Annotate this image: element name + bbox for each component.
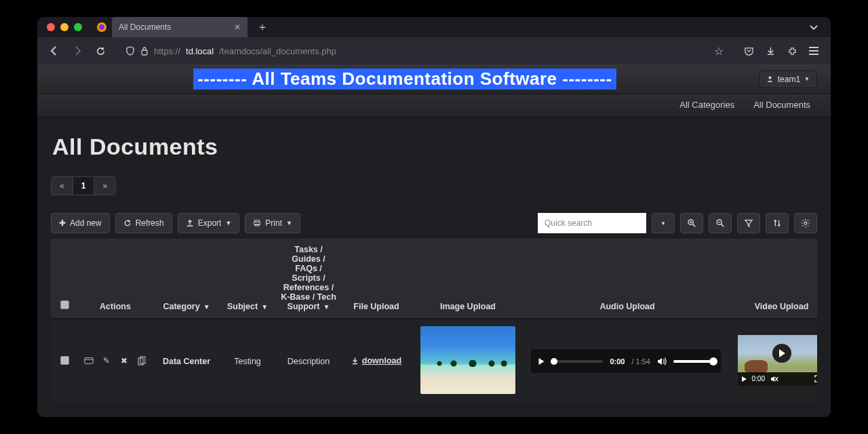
svg-rect-15 [85, 357, 93, 363]
zoom-in-button[interactable] [680, 213, 703, 233]
documents-table: Actions Category▼ Subject▼ Tasks / Guide… [51, 238, 817, 403]
view-icon[interactable] [84, 356, 94, 366]
pager-current[interactable]: 1 [73, 177, 95, 195]
audio-scrubber[interactable] [552, 360, 603, 363]
sort-button[interactable] [766, 213, 789, 233]
col-actions: Actions [78, 238, 153, 319]
svg-line-8 [693, 224, 696, 227]
settings-button[interactable] [794, 213, 817, 233]
pager-prev[interactable]: « [52, 177, 73, 195]
banner-title: -------- All Teams Documentation Softwar… [193, 68, 616, 90]
table-row: ✎ ✖ Data Center Testing Description [51, 319, 817, 403]
new-tab-button[interactable]: ＋ [248, 20, 277, 35]
shield-icon [125, 46, 135, 56]
caret-down-icon: ▼ [225, 220, 231, 226]
export-button[interactable]: Export ▼ [178, 213, 240, 233]
col-category[interactable]: Category▼ [153, 238, 220, 319]
audio-player[interactable]: 0:00 / 1:54 [531, 349, 721, 373]
play-overlay-icon[interactable] [772, 344, 791, 363]
refresh-icon [123, 219, 132, 227]
play-icon[interactable] [538, 357, 545, 366]
tab-overflow-button[interactable] [797, 22, 831, 32]
zoom-out-button[interactable] [709, 213, 732, 233]
user-label: team1 [778, 75, 800, 84]
video-controls: 0:00 [738, 372, 818, 386]
audio-time-total: 1:54 [636, 357, 650, 366]
col-video-upload: Video Upload [729, 238, 817, 319]
svg-point-1 [99, 24, 104, 30]
app-menu-icon[interactable] [804, 41, 824, 61]
filter-icon[interactable]: ▼ [203, 303, 210, 311]
volume-icon[interactable] [657, 357, 667, 366]
video-player[interactable]: 0:00 [738, 335, 818, 386]
video-time: 0:00 [752, 375, 765, 382]
nav-all-documents[interactable]: All Documents [753, 100, 810, 110]
filter-icon[interactable]: ▼ [323, 303, 330, 311]
bookmark-star-icon[interactable]: ☆ [714, 45, 724, 58]
print-label: Print [265, 218, 282, 228]
table-header-row: Actions Category▼ Subject▼ Tasks / Guide… [51, 238, 817, 319]
caret-down-icon: ▼ [804, 76, 810, 82]
window-titlebar: All Documents ✕ ＋ [37, 17, 831, 37]
download-label: download [362, 356, 401, 366]
app-banner: -------- All Teams Documentation Softwar… [37, 64, 831, 94]
col-subject[interactable]: Subject▼ [220, 238, 275, 319]
pocket-icon[interactable] [738, 41, 759, 61]
pager-next[interactable]: » [94, 177, 115, 195]
image-thumbnail[interactable] [420, 326, 515, 394]
url-bar[interactable]: https://td.local/teamdocs/all_documents.… [119, 41, 730, 61]
mute-icon[interactable] [770, 376, 778, 382]
plus-icon: ✚ [59, 218, 66, 228]
url-host: td.local [186, 46, 214, 56]
extensions-icon[interactable] [782, 41, 802, 61]
export-label: Export [198, 218, 222, 228]
url-scheme: https:// [154, 46, 180, 56]
copy-icon[interactable] [137, 356, 146, 366]
filter-icon[interactable]: ▼ [261, 303, 268, 311]
filter-button[interactable] [737, 213, 760, 233]
user-menu-button[interactable]: team1 ▼ [759, 71, 817, 88]
row-select-checkbox[interactable] [60, 356, 69, 365]
search-dropdown-button[interactable]: ▼ [652, 213, 675, 233]
edit-icon[interactable]: ✎ [102, 356, 111, 366]
svg-rect-2 [142, 50, 147, 55]
fullscreen-icon[interactable] [814, 375, 818, 382]
refresh-button[interactable]: Refresh [115, 213, 172, 233]
svg-point-3 [768, 77, 771, 79]
download-link[interactable]: download [351, 356, 401, 366]
minimize-window-button[interactable] [60, 23, 68, 31]
firefox-icon [92, 22, 112, 33]
page-content: -------- All Teams Documentation Softwar… [37, 64, 831, 417]
volume-slider[interactable] [673, 360, 714, 363]
window-controls [37, 23, 92, 31]
close-window-button[interactable] [47, 23, 55, 31]
downloads-icon[interactable] [760, 41, 781, 61]
nav-forward-button[interactable] [67, 41, 87, 61]
maximize-window-button[interactable] [74, 23, 82, 31]
url-path: /teamdocs/all_documents.php [219, 46, 336, 56]
user-icon [766, 75, 774, 83]
print-button[interactable]: Print ▼ [245, 213, 300, 233]
cell-category: Data Center [153, 319, 220, 403]
main-nav: All Categories All Documents [37, 94, 831, 117]
col-doc-type[interactable]: Tasks / Guides / FAQs / Scripts / Refere… [275, 238, 342, 319]
delete-icon[interactable]: ✖ [119, 356, 129, 366]
nav-all-categories[interactable]: All Categories [679, 100, 734, 110]
col-audio-upload: Audio Upload [526, 238, 729, 319]
table-toolbar: ✚ Add new Refresh Export ▼ [51, 213, 817, 233]
cell-subject: Testing [220, 319, 275, 403]
col-image-upload: Image Upload [410, 238, 526, 319]
add-new-button[interactable]: ✚ Add new [51, 213, 110, 233]
documents-table-wrap: Actions Category▼ Subject▼ Tasks / Guide… [51, 237, 817, 403]
play-icon[interactable] [742, 376, 747, 382]
tab-close-icon[interactable]: ✕ [220, 22, 241, 32]
select-all-checkbox[interactable] [60, 300, 69, 309]
row-actions: ✎ ✖ [84, 356, 146, 366]
svg-line-12 [722, 224, 724, 227]
quick-search-input[interactable] [538, 213, 646, 233]
nav-back-button[interactable] [44, 41, 64, 61]
svg-point-14 [804, 222, 807, 224]
nav-reload-button[interactable] [90, 41, 111, 61]
browser-tab[interactable]: All Documents ✕ [112, 17, 248, 37]
audio-time-current: 0:00 [610, 357, 625, 366]
